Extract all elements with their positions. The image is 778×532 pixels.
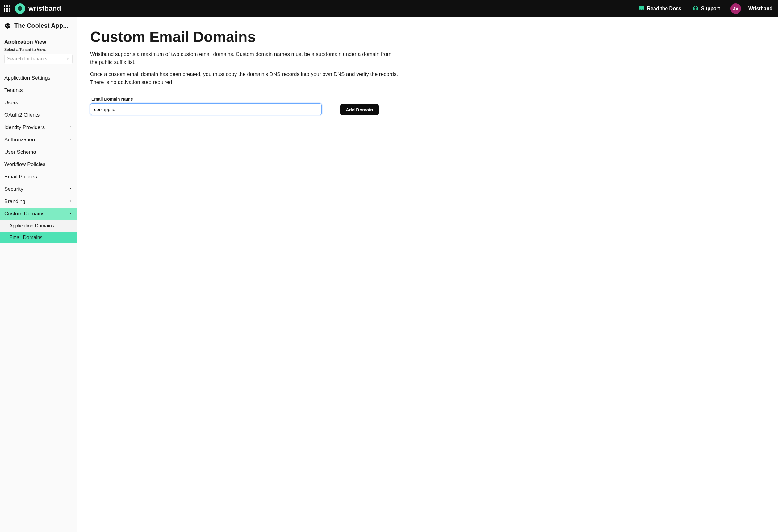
brand-text: wristband bbox=[28, 5, 61, 13]
sidebar-item-security[interactable]: Security bbox=[0, 183, 77, 195]
sidebar-item-custom-domains[interactable]: Custom Domains bbox=[0, 208, 77, 220]
sidebar-subitem-application-domains[interactable]: Application Domains bbox=[0, 220, 77, 232]
chevron-right-icon bbox=[68, 198, 73, 204]
page-desc-1: Wristband supports a maximum of two cust… bbox=[90, 50, 399, 66]
sidebar-item-email-policies[interactable]: Email Policies bbox=[0, 171, 77, 183]
sidebar-item-tenants[interactable]: Tenants bbox=[0, 84, 77, 97]
main-content: Custom Email Domains Wristband supports … bbox=[77, 17, 778, 532]
docs-label: Read the Docs bbox=[647, 6, 681, 11]
chevron-right-icon bbox=[68, 124, 73, 130]
add-domain-button[interactable]: Add Domain bbox=[340, 104, 379, 115]
sidebar-item-label: Workflow Policies bbox=[4, 161, 46, 168]
sidebar-nav: Application SettingsTenantsUsersOAuth2 C… bbox=[0, 69, 77, 250]
domain-field-label: Email Domain Name bbox=[91, 97, 322, 101]
app-header: wristband Read the Docs Support JV Wrist… bbox=[0, 0, 778, 17]
app-name: The Coolest App... bbox=[14, 22, 68, 29]
logo-mark-icon bbox=[15, 3, 25, 14]
box-icon bbox=[4, 22, 11, 29]
sidebar-item-users[interactable]: Users bbox=[0, 97, 77, 109]
select-tenant-label: Select a Tenant to View: bbox=[4, 48, 73, 52]
sidebar-item-label: Email Policies bbox=[4, 174, 37, 180]
docs-link[interactable]: Read the Docs bbox=[638, 5, 681, 12]
domain-input[interactable] bbox=[90, 103, 322, 115]
sidebar-item-oauth2-clients[interactable]: OAuth2 Clients bbox=[0, 109, 77, 121]
page-desc-2: Once a custom email domain has been crea… bbox=[90, 70, 399, 86]
view-title: Application View bbox=[4, 39, 73, 45]
avatar-initials: JV bbox=[733, 6, 738, 11]
sidebar-item-label: Identity Providers bbox=[4, 124, 45, 130]
chevron-down-icon bbox=[63, 54, 70, 64]
sidebar-item-label: Security bbox=[4, 186, 23, 192]
chevron-right-icon bbox=[68, 186, 73, 192]
app-selector[interactable]: The Coolest App... bbox=[0, 17, 77, 35]
sidebar-item-identity-providers[interactable]: Identity Providers bbox=[0, 121, 77, 134]
sidebar-item-label: Users bbox=[4, 100, 18, 106]
sidebar-item-label: Authorization bbox=[4, 137, 35, 143]
sidebar-item-label: Branding bbox=[4, 198, 25, 204]
support-label: Support bbox=[701, 6, 720, 11]
sidebar-subnav-custom-domains: Application DomainsEmail Domains bbox=[0, 220, 77, 244]
sidebar-item-label: OAuth2 Clients bbox=[4, 112, 40, 118]
book-icon bbox=[638, 5, 645, 12]
sidebar-item-authorization[interactable]: Authorization bbox=[0, 134, 77, 146]
sidebar-item-user-schema[interactable]: User Schema bbox=[0, 146, 77, 158]
sidebar-item-label: Tenants bbox=[4, 87, 23, 93]
sidebar-subitem-email-domains[interactable]: Email Domains bbox=[0, 232, 77, 244]
view-block: Application View Select a Tenant to View… bbox=[0, 35, 77, 69]
add-domain-form: Email Domain Name Add Domain bbox=[90, 97, 765, 115]
sidebar-item-application-settings[interactable]: Application Settings bbox=[0, 72, 77, 84]
sidebar-item-label: User Schema bbox=[4, 149, 36, 155]
headset-icon bbox=[693, 5, 699, 12]
tenant-placeholder: Search for tenants... bbox=[7, 56, 52, 62]
avatar[interactable]: JV bbox=[730, 3, 741, 14]
sidebar-item-workflow-policies[interactable]: Workflow Policies bbox=[0, 158, 77, 171]
support-link[interactable]: Support bbox=[693, 5, 720, 12]
sidebar-item-label: Application Settings bbox=[4, 75, 50, 81]
sidebar: The Coolest App... Application View Sele… bbox=[0, 17, 77, 532]
chevron-down-icon bbox=[68, 211, 73, 217]
tenant-select[interactable]: Search for tenants... bbox=[4, 54, 73, 64]
chevron-right-icon bbox=[68, 137, 73, 143]
apps-grid-icon[interactable] bbox=[4, 5, 10, 12]
sidebar-item-label: Custom Domains bbox=[4, 211, 45, 217]
brand-logo[interactable]: wristband bbox=[15, 3, 61, 14]
page-title: Custom Email Domains bbox=[90, 28, 765, 46]
sidebar-item-branding[interactable]: Branding bbox=[0, 195, 77, 208]
tenant-name: Wristband bbox=[748, 6, 772, 11]
